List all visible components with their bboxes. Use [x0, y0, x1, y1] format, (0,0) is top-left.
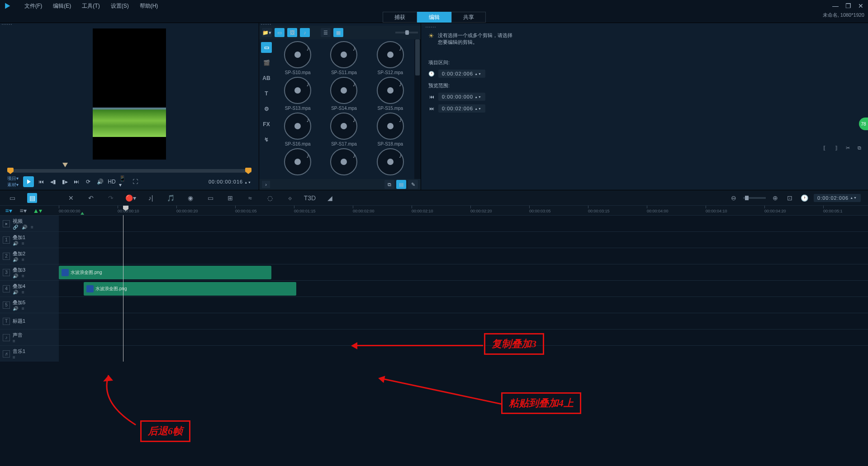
maximize-button[interactable]: ❐	[844, 3, 852, 9]
motion-track-button[interactable]: ◉	[185, 193, 195, 203]
track-ctrl-icon[interactable]: 🔗	[13, 225, 18, 230]
snapshot-button[interactable]: ⧉	[855, 144, 863, 152]
hd-button[interactable]: HD	[107, 177, 116, 186]
menu-settings[interactable]: 设置(S)	[105, 2, 134, 10]
record-button[interactable]: 🔴▾	[126, 193, 136, 203]
library-item[interactable]	[368, 148, 413, 175]
library-item[interactable]	[275, 148, 320, 175]
track-ctrl-icon[interactable]: ≡	[31, 225, 33, 230]
library-item[interactable]: SP-S11.mpa	[322, 41, 366, 75]
track-lane[interactable]	[59, 313, 868, 329]
lib-filter-video-button[interactable]: ▭	[275, 28, 285, 37]
go-start-button[interactable]: ⏮	[37, 177, 46, 186]
track-lane[interactable]	[59, 232, 868, 248]
loop-button[interactable]: ⟳	[84, 177, 93, 186]
zoom-slider[interactable]	[743, 197, 766, 199]
fullscreen-button[interactable]: ⛶	[131, 177, 140, 186]
3d-title-button[interactable]: T3D	[305, 193, 315, 203]
auto-music-button[interactable]: 🎵	[166, 193, 175, 203]
timeline-ruler[interactable]: 00:00:00:0000:00:00:1000:00:00:2000:00:0…	[59, 206, 868, 215]
track-list-button[interactable]: ≡▾	[4, 206, 14, 216]
track-ctrl-icon[interactable]: ≡	[22, 257, 24, 262]
thumbnail-size-slider[interactable]	[395, 32, 418, 33]
mixer-button[interactable]: ♪|	[146, 193, 156, 203]
lib-filter-audio-button[interactable]: ♪	[300, 28, 310, 37]
track-lane[interactable]: 水波浪全图.png	[59, 264, 868, 280]
mode-project-label[interactable]: 项目▾	[7, 175, 19, 182]
library-item[interactable]	[322, 148, 366, 175]
marker-add-button[interactable]: ▲▾	[33, 206, 43, 216]
side-badge[interactable]: 78	[859, 118, 868, 130]
close-button[interactable]: ✕	[857, 3, 864, 9]
track-ctrl-icon[interactable]: ≡	[13, 355, 15, 360]
side-fx-button[interactable]: FX	[261, 119, 272, 130]
panel-grip-icon[interactable]	[424, 26, 861, 28]
lib-folder-button[interactable]: 📁▾	[262, 28, 272, 37]
track-lane[interactable]	[59, 346, 868, 362]
track-header[interactable]: ♪声音≡	[0, 329, 59, 345]
track-ctrl-icon[interactable]: ≡	[22, 241, 24, 246]
track-ctrl-icon[interactable]: 🔊	[13, 257, 18, 262]
library-item[interactable]: SP-S13.mpa	[275, 77, 320, 111]
track-ctrl-icon[interactable]: 🔊	[22, 225, 27, 230]
mark-in-button[interactable]: ⟦	[820, 144, 828, 152]
library-item[interactable]: SP-S12.mpa	[368, 41, 413, 75]
track-ctrl-icon[interactable]: ≡	[22, 273, 24, 278]
pan-zoom-button[interactable]: ⟐	[285, 193, 295, 203]
track-ctrl-icon[interactable]: 🔊	[13, 306, 18, 311]
fit-button[interactable]: ⊡	[785, 193, 795, 203]
lib-import-button[interactable]: ⧉	[384, 180, 394, 189]
timeline-view-button[interactable]: ▤	[27, 193, 37, 203]
library-item[interactable]: SP-S10.mpa	[275, 41, 320, 75]
library-item[interactable]: SP-S14.mpa	[322, 77, 366, 111]
track-lane[interactable]	[59, 248, 868, 264]
side-media-button[interactable]: ▭	[261, 42, 272, 53]
tab-share[interactable]: 共享	[451, 12, 486, 23]
track-ctrl-icon[interactable]: ≡	[13, 339, 15, 344]
split-button[interactable]: ✂	[844, 144, 852, 152]
range-end-field[interactable]: 0:00:02:006▲▼	[438, 104, 485, 113]
track-lane[interactable]	[59, 216, 868, 231]
track-header[interactable]: 4叠加4🔊≡	[0, 281, 59, 297]
track-lane[interactable]	[59, 329, 868, 345]
preview-marker-icon[interactable]	[62, 163, 68, 167]
redo-button[interactable]: ↷	[106, 193, 116, 203]
library-item[interactable]: SP-S18.mpa	[368, 113, 413, 146]
tab-edit[interactable]: 编辑	[417, 12, 451, 23]
next-frame-button[interactable]: ▮▸	[60, 177, 69, 186]
library-item[interactable]: SP-S17.mpa	[322, 113, 366, 146]
track-lane[interactable]: 水波浪全图.png	[59, 281, 868, 297]
menu-tools[interactable]: 工具(T)	[76, 2, 105, 10]
menu-file[interactable]: 文件(F)	[19, 2, 47, 10]
library-item[interactable]: SP-S15.mpa	[368, 77, 413, 111]
side-templates-button[interactable]: 🎬	[261, 57, 272, 68]
zoom-in-button[interactable]: ⊕	[770, 193, 780, 203]
lib-sort-button[interactable]: ▤	[396, 180, 406, 189]
library-item[interactable]: SP-S16.mpa	[275, 113, 320, 146]
track-lane[interactable]	[59, 297, 868, 313]
range-start-field[interactable]: 0:00:00:000▲▼	[438, 93, 485, 101]
paint-button[interactable]: ◢	[325, 193, 335, 203]
tab-capture[interactable]: 捕获	[383, 12, 417, 23]
device-button[interactable]: 📱▾	[119, 177, 128, 186]
track-header[interactable]: 3叠加3🔊≡	[0, 264, 59, 280]
track-ctrl-icon[interactable]: ≡	[22, 290, 24, 295]
menu-help[interactable]: 帮助(H)	[134, 2, 164, 10]
subtitle-button[interactable]: ▭	[205, 193, 215, 203]
ruler-marker-icon[interactable]	[81, 212, 84, 215]
track-header[interactable]: 5叠加5🔊≡	[0, 297, 59, 313]
lib-list-view-button[interactable]: ☰	[321, 28, 331, 37]
volume-button[interactable]: 🔊	[95, 177, 104, 186]
timeline-clip[interactable]: 水波浪全图.png	[84, 282, 296, 296]
side-subtitle-button[interactable]: AB	[261, 73, 272, 84]
playhead-line[interactable]	[123, 215, 123, 362]
speed-button[interactable]: ≈	[245, 193, 255, 203]
scrub-out-handle[interactable]	[245, 168, 251, 174]
side-overlay-button[interactable]: ⚙	[261, 104, 272, 114]
mode-clip-label[interactable]: 素材▾	[7, 182, 19, 188]
track-header[interactable]: T标题1	[0, 313, 59, 329]
lib-edit-button[interactable]: ✎	[408, 180, 418, 189]
track-header[interactable]: 1叠加1🔊≡	[0, 232, 59, 248]
track-header[interactable]: ♬音乐1≡	[0, 346, 59, 362]
scrub-in-handle[interactable]	[7, 168, 14, 174]
